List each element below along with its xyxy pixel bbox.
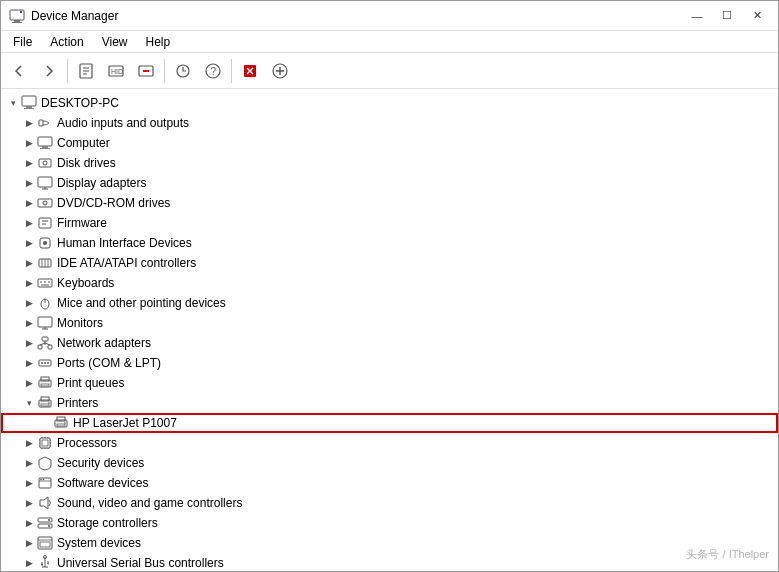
root-toggle[interactable]: ▾ [5, 95, 21, 111]
printq-toggle[interactable]: ▶ [21, 375, 37, 391]
firmware-toggle[interactable]: ▶ [21, 215, 37, 231]
add-button[interactable] [266, 57, 294, 85]
svg-rect-52 [38, 317, 52, 327]
security-item[interactable]: ▶ Security devices [1, 453, 778, 473]
title-icon [9, 8, 25, 24]
ports-item[interactable]: ▶ Ports (COM & LPT) [1, 353, 778, 373]
hp-printer-item[interactable]: ▶ HP LaserJet P1007 [1, 413, 778, 433]
forward-icon [40, 62, 58, 80]
device-tree[interactable]: ▾ DESKTOP-PC ▶ Audio inputs and outputs … [1, 89, 778, 571]
sound-toggle[interactable]: ▶ [21, 495, 37, 511]
remove-button[interactable] [236, 57, 264, 85]
dvd-toggle[interactable]: ▶ [21, 195, 37, 211]
keyboards-item[interactable]: ▶ Keyboards [1, 273, 778, 293]
storage-icon [37, 515, 53, 531]
hid-icon [37, 235, 53, 251]
dvd-item[interactable]: ▶ DVD/CD-ROM drives [1, 193, 778, 213]
svg-marker-107 [47, 563, 49, 565]
svg-rect-21 [22, 96, 36, 106]
keyboards-toggle[interactable]: ▶ [21, 275, 37, 291]
usb-toggle[interactable]: ▶ [21, 555, 37, 571]
ide-item[interactable]: ▶ IDE ATA/ATAPI controllers [1, 253, 778, 273]
mice-toggle[interactable]: ▶ [21, 295, 37, 311]
svg-point-40 [43, 241, 47, 245]
close-button[interactable]: ✕ [744, 6, 770, 26]
display-label: Display adapters [57, 176, 146, 190]
sound-item[interactable]: ▶ Sound, video and game controllers [1, 493, 778, 513]
back-button[interactable] [5, 57, 33, 85]
menu-view[interactable]: View [94, 33, 136, 51]
hid-item[interactable]: ▶ Human Interface Devices [1, 233, 778, 253]
hid-label: Human Interface Devices [57, 236, 192, 250]
processors-item[interactable]: ▶ Processors [1, 433, 778, 453]
svg-line-59 [40, 343, 45, 345]
computer-toggle[interactable]: ▶ [21, 135, 37, 151]
menu-help[interactable]: Help [138, 33, 179, 51]
menu-action[interactable]: Action [42, 33, 91, 51]
svg-point-62 [41, 362, 43, 364]
dvd-icon [37, 195, 53, 211]
computer-item[interactable]: ▶ Computer [1, 133, 778, 153]
svg-rect-57 [48, 345, 52, 349]
audio-icon [37, 115, 53, 131]
menu-file[interactable]: File [5, 33, 40, 51]
help-button[interactable]: ? [199, 57, 227, 85]
ports-toggle[interactable]: ▶ [21, 355, 37, 371]
printers-item[interactable]: ▾ Printers [1, 393, 778, 413]
network-item[interactable]: ▶ Network adapters [1, 333, 778, 353]
svg-rect-67 [41, 384, 49, 386]
audio-toggle[interactable]: ▶ [21, 115, 37, 131]
svg-point-93 [43, 479, 45, 481]
software-item[interactable]: ▶ Software devices [1, 473, 778, 493]
svg-point-98 [48, 525, 50, 527]
svg-point-64 [47, 362, 49, 364]
firmware-item[interactable]: ▶ Firmware [1, 213, 778, 233]
system-item[interactable]: ▶ System devices [1, 533, 778, 553]
storage-item[interactable]: ▶ Storage controllers [1, 513, 778, 533]
maximize-button[interactable]: ☐ [714, 6, 740, 26]
svg-rect-28 [39, 159, 51, 167]
system-toggle[interactable]: ▶ [21, 535, 37, 551]
monitors-toggle[interactable]: ▶ [21, 315, 37, 331]
security-toggle[interactable]: ▶ [21, 455, 37, 471]
disk-label: Disk drives [57, 156, 116, 170]
svg-rect-106 [41, 564, 43, 566]
mice-item[interactable]: ▶ Mice and other pointing devices [1, 293, 778, 313]
display-item[interactable]: ▶ Display adapters [1, 173, 778, 193]
display-toggle[interactable]: ▶ [21, 175, 37, 191]
scan-icon [174, 62, 192, 80]
network-icon [37, 335, 53, 351]
display-icon [37, 175, 53, 191]
svg-rect-26 [42, 146, 48, 148]
software-toggle[interactable]: ▶ [21, 475, 37, 491]
ide-label: IDE ATA/ATAPI controllers [57, 256, 196, 270]
printers-toggle[interactable]: ▾ [21, 395, 37, 411]
root-item[interactable]: ▾ DESKTOP-PC [1, 93, 778, 113]
printers-label: Printers [57, 396, 98, 410]
disk-item[interactable]: ▶ Disk drives [1, 153, 778, 173]
network-toggle[interactable]: ▶ [21, 335, 37, 351]
hid-toggle[interactable]: ▶ [21, 235, 37, 251]
scan-button[interactable] [169, 57, 197, 85]
ports-icon [37, 355, 53, 371]
usb-item[interactable]: ▶ Universal Serial Bus controllers [1, 553, 778, 571]
svg-rect-76 [40, 438, 50, 448]
forward-button[interactable] [35, 57, 63, 85]
svg-marker-94 [40, 497, 48, 509]
properties-button[interactable] [72, 57, 100, 85]
audio-item[interactable]: ▶ Audio inputs and outputs [1, 113, 778, 133]
storage-toggle[interactable]: ▶ [21, 515, 37, 531]
uninstall-button[interactable] [132, 57, 160, 85]
update-driver-button[interactable]: HID [102, 57, 130, 85]
svg-rect-25 [38, 137, 52, 146]
processors-toggle[interactable]: ▶ [21, 435, 37, 451]
usb-label: Universal Serial Bus controllers [57, 556, 224, 570]
monitors-item[interactable]: ▶ Monitors [1, 313, 778, 333]
add-icon [271, 62, 289, 80]
disk-toggle[interactable]: ▶ [21, 155, 37, 171]
system-icon [37, 535, 53, 551]
printq-item[interactable]: ▶ Print queues [1, 373, 778, 393]
ide-toggle[interactable]: ▶ [21, 255, 37, 271]
minimize-button[interactable]: — [684, 6, 710, 26]
security-label: Security devices [57, 456, 144, 470]
